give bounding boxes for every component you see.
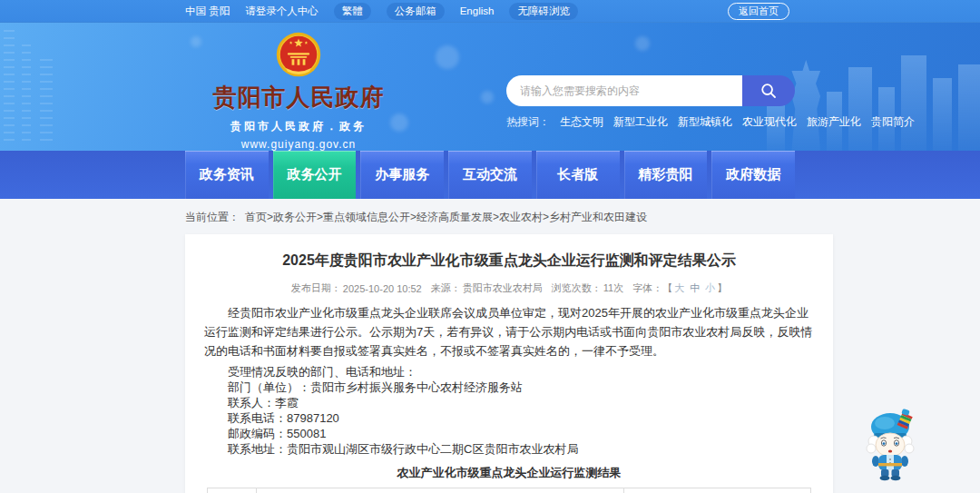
topbar-link[interactable]: 繁體 (334, 3, 371, 20)
source: 贵阳市农业农村局 (463, 281, 543, 295)
hot-search-word[interactable]: 贵阳简介 (871, 114, 915, 130)
monitoring-results-table: 序号企业名称监测结果 1贵州合力超市采购有限公司合格2贵州友禾种业有限公司合格3… (207, 488, 810, 493)
nav-tab[interactable]: 精彩贵阳 (624, 151, 708, 199)
table-caption: 农业产业化市级重点龙头企业运行监测结果 (204, 465, 814, 481)
nav-tab[interactable]: 政务公开 (273, 151, 357, 199)
page: 中国 贵阳请登录个人中心繁體公务邮箱English无障碍浏览 返回首页 (0, 0, 980, 493)
breadcrumb-label: 当前位置： (185, 211, 240, 223)
topbar-links: 中国 贵阳请登录个人中心繁體公务邮箱English无障碍浏览 (185, 3, 593, 20)
table-header-cell: 企业名称 (256, 488, 623, 493)
return-home-button[interactable]: 返回首页 (728, 3, 789, 20)
table-header-cell: 序号 (208, 488, 256, 493)
font-bracket-open: 【 (662, 281, 672, 295)
hot-search-word[interactable]: 新型工业化 (613, 114, 668, 130)
publish-date-label: 发布日期： (291, 281, 341, 295)
left-decoration (22, 44, 31, 144)
search-icon (760, 82, 778, 100)
hot-search-label: 热搜词： (506, 114, 550, 130)
hot-search-words: 生态文明新型工业化新型城镇化农业现代化旅游产业化贵阳简介 (560, 114, 915, 130)
skyline-building (901, 55, 926, 151)
search-area: 热搜词： 生态文明新型工业化新型城镇化农业现代化旅游产业化贵阳简介 (506, 75, 795, 151)
article-card: 2025年度贵阳市农业产业化市级重点龙头企业运行监测和评定结果公示 发布日期：2… (185, 234, 833, 493)
article-meta: 发布日期：2025-10-20 10:52 来源：贵阳市农业农村局 浏览次数：1… (204, 281, 814, 295)
skyline-pagoda (791, 60, 820, 151)
skyline-building (958, 64, 980, 151)
skyline-building (848, 67, 872, 151)
hot-search-row: 热搜词： 生态文明新型工业化新型城镇化农业现代化旅游产业化贵阳简介 (506, 114, 795, 130)
views-label: 浏览次数： (552, 281, 602, 295)
source-label: 来源： (431, 281, 461, 295)
font-bracket-close: 】 (717, 281, 727, 295)
table-header-row: 序号企业名称监测结果 (208, 488, 810, 493)
table-header-cell: 监测结果 (623, 488, 810, 493)
skyline-building (933, 78, 951, 151)
search-box (506, 75, 795, 106)
hot-search-word[interactable]: 生态文明 (560, 114, 603, 130)
topbar-link[interactable]: 请登录个人中心 (245, 5, 318, 18)
font-size-options: 大中小 (674, 281, 715, 295)
article-paragraph: 联系地址：贵阳市观山湖区市级行政中心二期C区贵阳市农业农村局 (204, 441, 814, 457)
main-nav: 政务资讯政务公开办事服务互动交流长者版精彩贵阳政府数据 (0, 151, 980, 199)
topbar: 中国 贵阳请登录个人中心繁體公务邮箱English无障碍浏览 返回首页 (0, 0, 980, 23)
publish-date: 2025-10-20 10:52 (343, 283, 422, 294)
article-paragraph: 受理情况反映的部门、电话和地址： (204, 364, 814, 380)
site-name[interactable]: 贵阳市人民政府 (213, 82, 385, 113)
left-decoration (4, 30, 15, 143)
font-size-label: 字体： (632, 281, 662, 295)
font-size-option[interactable]: 大 (674, 281, 684, 295)
font-size-option[interactable]: 小 (705, 281, 715, 295)
site-url: www.guiyang.gov.cn (241, 138, 357, 151)
hot-search-word[interactable]: 旅游产业化 (807, 114, 861, 130)
search-button[interactable] (742, 75, 795, 106)
national-emblem-icon (274, 31, 323, 80)
search-input[interactable] (506, 75, 742, 106)
hot-search-word[interactable]: 农业现代化 (742, 114, 797, 130)
article-paragraph: 联系人：李霞 (204, 395, 814, 410)
left-decoration (40, 59, 53, 145)
nav-tab[interactable]: 互动交流 (448, 151, 532, 199)
topbar-link[interactable]: English (460, 5, 495, 16)
article-paragraph: 邮政编码：550081 (204, 426, 814, 441)
site-brand: 贵阳市人民政府 贵阳市人民政府．政务 www.guiyang.gov.cn (185, 23, 412, 151)
nav-tab[interactable]: 办事服务 (360, 151, 444, 199)
topbar-link[interactable]: 公务邮箱 (387, 3, 445, 20)
breadcrumb: 当前位置：首页>政务公开>重点领域信息公开>经济高质量发展>农业农村>乡村产业和… (185, 210, 795, 225)
topbar-link[interactable]: 中国 贵阳 (185, 5, 230, 18)
article-body: 经贵阳市农业产业化市级重点龙头企业联席会议成员单位审定，现对2025年开展的农业… (204, 303, 814, 457)
breadcrumb-path[interactable]: 首页>政务公开>重点领域信息公开>经济高质量发展>农业农村>乡村产业和农田建设 (245, 211, 647, 223)
topbar-link[interactable]: 无障碍浏览 (509, 3, 578, 20)
hot-search-word[interactable]: 新型城镇化 (678, 114, 732, 130)
font-size-option[interactable]: 中 (690, 281, 700, 295)
nav-tab[interactable]: 长者版 (536, 151, 620, 199)
article-paragraph: 部门（单位）：贵阳市乡村振兴服务中心农村经济服务站 (204, 380, 814, 395)
site-header: 贵阳市人民政府 贵阳市人民政府．政务 www.guiyang.gov.cn 热搜… (0, 23, 980, 151)
article-paragraph: 经贵阳市农业产业化市级重点龙头企业联席会议成员单位审定，现对2025年开展的农业… (204, 303, 814, 360)
article-paragraph: 联系电话：87987120 (204, 410, 814, 426)
city-skyline-decoration (767, 51, 980, 151)
mascot-widget[interactable] (862, 409, 922, 481)
site-subtitle: 贵阳市人民政府．政务 (230, 119, 367, 134)
views-count: 11次 (603, 281, 623, 295)
nav-tab[interactable]: 政务资讯 (185, 151, 269, 199)
nav-tab[interactable]: 政府数据 (711, 151, 795, 199)
article-title: 2025年度贵阳市农业产业化市级重点龙头企业运行监测和评定结果公示 (204, 251, 814, 271)
